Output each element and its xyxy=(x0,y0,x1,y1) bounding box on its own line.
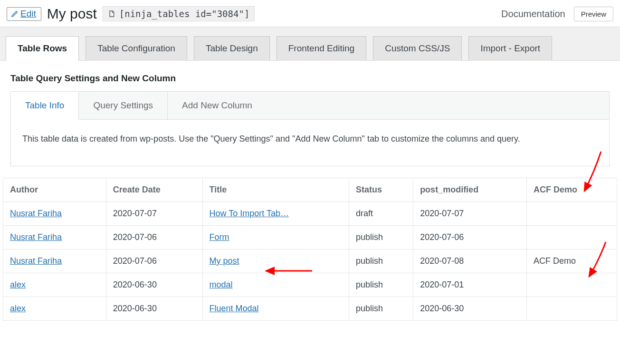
title-link[interactable]: Fluent Modal xyxy=(210,304,259,313)
sub-panel: Table Info Query Settings Add New Column… xyxy=(10,91,610,166)
col-acf-demo[interactable]: ACF Demo xyxy=(526,178,617,202)
shortcode-box[interactable]: [ninja_tables id="3084"] xyxy=(103,6,255,21)
cell-post-modified: 2020-07-01 xyxy=(413,273,527,297)
author-link[interactable]: alex xyxy=(10,280,26,289)
cell-acf-demo xyxy=(526,202,617,226)
tab-table-rows[interactable]: Table Rows xyxy=(6,36,79,61)
shortcode-text: [ninja_tables id="3084"] xyxy=(119,9,250,19)
subtab-add-new-column[interactable]: Add New Column xyxy=(168,92,267,119)
cell-post-modified: 2020-06-30 xyxy=(413,297,527,321)
cell-status: publish xyxy=(349,249,413,273)
edit-button[interactable]: Edit xyxy=(7,7,41,21)
cell-status: publish xyxy=(349,226,413,249)
cell-acf-demo xyxy=(526,226,617,249)
table-row: Nusrat Fariha2020-07-07How To Import Tab… xyxy=(3,202,617,226)
tab-table-design[interactable]: Table Design xyxy=(194,36,270,61)
col-create-date[interactable]: Create Date xyxy=(106,178,202,202)
tab-table-configuration[interactable]: Table Configuration xyxy=(86,36,187,61)
table-row: alex2020-06-30modalpublish2020-07-01 xyxy=(3,273,617,297)
subtab-query-settings[interactable]: Query Settings xyxy=(79,92,168,119)
col-author[interactable]: Author xyxy=(3,178,106,202)
preview-button[interactable]: Preview xyxy=(574,7,613,21)
documentation-link[interactable]: Documentation xyxy=(501,9,565,19)
tab-frontend-editing[interactable]: Frontend Editing xyxy=(277,36,366,61)
cell-create-date: 2020-06-30 xyxy=(106,297,202,321)
data-table: Author Create Date Title Status post_mod… xyxy=(3,178,617,321)
title-link[interactable]: How To Import Tab… xyxy=(210,209,289,218)
col-status[interactable]: Status xyxy=(349,178,413,202)
tab-custom-css-js[interactable]: Custom CSS/JS xyxy=(373,36,462,61)
title-link[interactable]: Form xyxy=(210,232,229,242)
author-link[interactable]: Nusrat Fariha xyxy=(10,232,62,242)
section-title: Table Query Settings and New Column xyxy=(0,61,620,91)
author-link[interactable]: Nusrat Fariha xyxy=(10,209,62,218)
sub-tabs: Table Info Query Settings Add New Column xyxy=(11,92,609,120)
pencil-icon xyxy=(11,10,19,18)
cell-create-date: 2020-07-06 xyxy=(106,226,202,249)
tab-import-export[interactable]: Import - Export xyxy=(468,36,552,61)
table-row: alex2020-06-30Fluent Modalpublish2020-06… xyxy=(3,297,617,321)
cell-status: draft xyxy=(349,202,413,226)
cell-acf-demo xyxy=(526,297,617,321)
cell-post-modified: 2020-07-06 xyxy=(413,226,527,249)
cell-create-date: 2020-07-06 xyxy=(106,249,202,273)
cell-post-modified: 2020-07-08 xyxy=(413,249,527,273)
page-header: Edit My post [ninja_tables id="3084"] Do… xyxy=(0,0,620,27)
author-link[interactable]: Nusrat Fariha xyxy=(10,256,62,266)
cell-status: publish xyxy=(349,273,413,297)
header-right: Documentation Preview xyxy=(501,7,613,21)
edit-button-label: Edit xyxy=(20,9,36,19)
cell-create-date: 2020-06-30 xyxy=(106,273,202,297)
main-tabs: Table Rows Table Configuration Table Des… xyxy=(0,27,620,61)
table-row: Nusrat Fariha2020-07-06My postpublish202… xyxy=(3,249,617,273)
col-post-modified[interactable]: post_modified xyxy=(413,178,527,202)
page-title: My post xyxy=(47,6,97,22)
author-link[interactable]: alex xyxy=(10,304,26,313)
title-link[interactable]: My post xyxy=(210,256,239,266)
title-link[interactable]: modal xyxy=(210,280,233,289)
cell-status: publish xyxy=(349,297,413,321)
cell-create-date: 2020-07-07 xyxy=(106,202,202,226)
col-title[interactable]: Title xyxy=(202,178,349,202)
info-text: This table data is created from wp-posts… xyxy=(11,120,609,166)
subtab-table-info[interactable]: Table Info xyxy=(11,92,79,119)
data-table-wrap: Author Create Date Title Status post_mod… xyxy=(0,178,620,321)
cell-post-modified: 2020-07-07 xyxy=(413,202,527,226)
cell-acf-demo: ACF Demo xyxy=(526,249,617,273)
table-row: Nusrat Fariha2020-07-06Formpublish2020-0… xyxy=(3,226,617,249)
cell-acf-demo xyxy=(526,273,617,297)
document-icon xyxy=(108,10,115,18)
table-header-row: Author Create Date Title Status post_mod… xyxy=(3,178,617,202)
